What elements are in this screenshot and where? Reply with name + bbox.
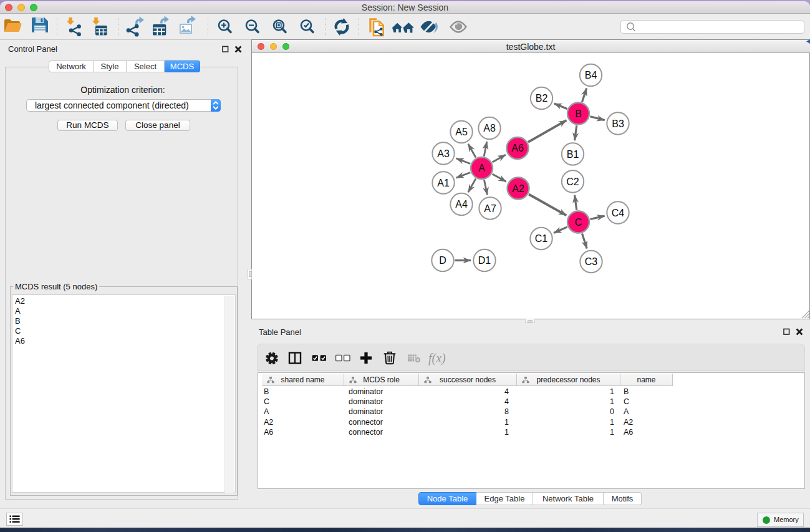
svg-text:A6: A6 xyxy=(511,143,524,153)
svg-text:A8: A8 xyxy=(483,123,496,133)
svg-text:A5: A5 xyxy=(455,127,468,137)
svg-text:D: D xyxy=(439,255,446,266)
svg-text:A: A xyxy=(478,163,485,173)
svg-text:A2: A2 xyxy=(512,183,524,194)
svg-text:B4: B4 xyxy=(585,70,597,80)
svg-text:A3: A3 xyxy=(437,148,450,159)
svg-text:A4: A4 xyxy=(455,199,468,210)
svg-text:B3: B3 xyxy=(612,118,624,129)
svg-text:f(x): f(x) xyxy=(428,351,446,365)
svg-text:B1: B1 xyxy=(567,149,579,160)
svg-text:A7: A7 xyxy=(484,203,496,214)
svg-text:C4: C4 xyxy=(612,208,625,218)
svg-text:B: B xyxy=(575,109,582,119)
svg-text:C2: C2 xyxy=(566,177,579,187)
svg-text:C1: C1 xyxy=(535,233,548,244)
svg-text:A1: A1 xyxy=(437,178,450,188)
svg-text:C: C xyxy=(575,217,582,228)
svg-text:C3: C3 xyxy=(585,256,598,267)
svg-text:B2: B2 xyxy=(536,93,548,104)
svg-text:D1: D1 xyxy=(478,255,491,266)
